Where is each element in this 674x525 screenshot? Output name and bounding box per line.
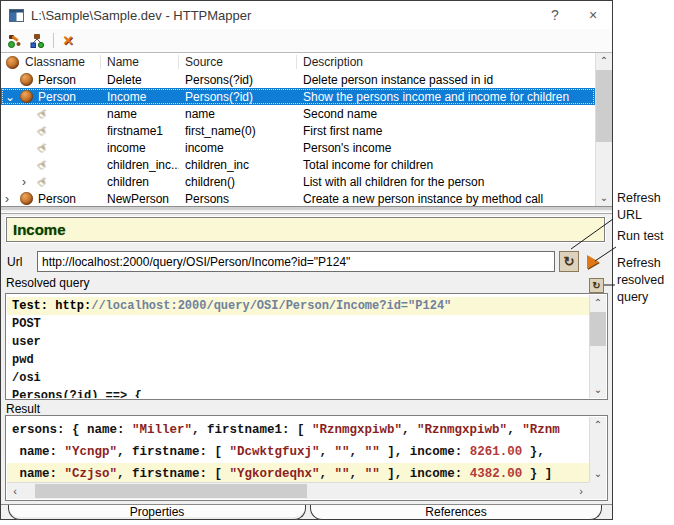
delete-mapping-icon[interactable]: ✕ xyxy=(58,32,78,50)
code-line: POST xyxy=(12,315,589,333)
refresh-url-button[interactable]: ↻ xyxy=(559,251,579,272)
column-header-classname[interactable]: Classname xyxy=(25,55,85,69)
close-button[interactable]: × xyxy=(574,1,612,29)
table-row[interactable]: PersonDeletePersons(?id)Delete person in… xyxy=(1,71,595,88)
chevron-down-icon[interactable]: ⌄ xyxy=(5,92,20,102)
cell-description: Second name xyxy=(297,107,595,121)
attribute-hand-icon: ☞ xyxy=(34,175,53,188)
cell-source: children_inc xyxy=(179,158,297,172)
table-row[interactable]: ›☞childrenchildren()List with all childr… xyxy=(1,173,595,190)
title-bar: L:\Sample\Sample.dev - HTTPMapper ? × xyxy=(1,1,612,29)
cell-source: income xyxy=(179,141,297,155)
code-line: Test: http://localhost:2000/query/OSI/Pe… xyxy=(12,297,589,315)
cell-name: Delete xyxy=(101,73,179,87)
cell-classname: Person xyxy=(38,73,76,87)
cell-description: Person's income xyxy=(297,141,595,155)
resolved-query-text: Test: http://localhost:2000/query/OSI/Pe… xyxy=(7,295,589,398)
toolbar: ✕ xyxy=(1,29,612,52)
scroll-down-icon[interactable]: ⌄ xyxy=(596,190,612,206)
column-header-name[interactable]: Name xyxy=(101,55,179,69)
add-mapping-icon[interactable] xyxy=(5,32,25,50)
toolbar-separator xyxy=(53,33,54,48)
cell-source: children() xyxy=(179,175,297,189)
url-input[interactable] xyxy=(37,251,555,272)
cell-name: name xyxy=(101,107,179,121)
result-label: Result xyxy=(6,402,40,416)
code-line: name: "Czjso", firstname: [ "Ygkordeqhx"… xyxy=(12,463,589,482)
cell-name: NewPerson xyxy=(101,192,179,206)
table-header: Classname Name Source Description xyxy=(1,53,595,71)
pane-divider xyxy=(1,206,612,213)
class-icon xyxy=(20,73,33,86)
help-button[interactable]: ? xyxy=(536,1,574,29)
annotation-refresh-resolved-query: Refreshresolvedquery xyxy=(617,255,674,306)
table-body: PersonDeletePersons(?id)Delete person in… xyxy=(1,71,595,206)
httpmapper-window: L:\Sample\Sample.dev - HTTPMapper ? × ✕ xyxy=(0,0,613,520)
table-row[interactable]: ☞incomeincomePerson's income xyxy=(1,139,595,156)
scrollbar-thumb[interactable] xyxy=(590,312,606,346)
url-label: Url xyxy=(7,255,22,269)
code-line: /osi xyxy=(12,369,589,387)
result-horizontal-scrollbar[interactable]: ‹ › xyxy=(7,482,589,499)
table-row[interactable]: ⌄PersonIncomePersons(?id)Show the person… xyxy=(1,88,595,105)
cell-description: Delete person instance passed in id xyxy=(297,73,595,87)
attribute-hand-icon: ☞ xyxy=(34,124,53,137)
scroll-left-icon[interactable]: ‹ xyxy=(7,483,23,499)
selected-method-banner: Income xyxy=(6,217,605,242)
attribute-hand-icon: ☞ xyxy=(34,141,53,154)
cell-name: children_inc... xyxy=(101,158,179,172)
cell-source: first_name(0) xyxy=(179,124,297,138)
cell-name: Income xyxy=(101,90,179,104)
table-row[interactable]: ›PersonNewPersonPersonsCreate a new pers… xyxy=(1,190,595,206)
annotation-refresh-url: RefreshURL xyxy=(617,190,674,224)
column-header-description[interactable]: Description xyxy=(297,55,595,69)
bottom-tabs: Properties References xyxy=(1,504,612,520)
table-vertical-scrollbar[interactable]: ⌃ ⌄ xyxy=(595,53,612,206)
code-line: name: "Ycngp", firstname: [ "Dcwktgfuxj"… xyxy=(12,441,589,463)
tab-references[interactable]: References xyxy=(310,505,602,520)
cell-description: List with all children for the person xyxy=(297,175,595,189)
scroll-right-icon[interactable]: › xyxy=(573,483,589,499)
refresh-icon: ↻ xyxy=(564,254,575,269)
cell-source: name xyxy=(179,107,297,121)
properties-pane: Income Url ↻ Resolved query ↻ Test: http… xyxy=(1,213,612,519)
tab-properties[interactable]: Properties xyxy=(8,505,306,520)
cell-name: firstname1 xyxy=(101,124,179,138)
mapping-tree-icon[interactable] xyxy=(27,32,47,50)
run-test-button[interactable] xyxy=(583,251,603,272)
scrollbar-thumb[interactable] xyxy=(596,70,612,142)
code-line: pwd xyxy=(12,351,589,369)
table-row[interactable]: ☞children_inc...children_incTotal income… xyxy=(1,156,595,173)
code-line: user xyxy=(12,333,589,351)
chevron-right-icon[interactable]: › xyxy=(5,194,20,204)
resolved-query-vertical-scrollbar[interactable]: ⌃ ⌄ xyxy=(589,295,606,398)
scroll-up-icon[interactable]: ⌃ xyxy=(590,295,606,311)
play-icon xyxy=(587,255,599,269)
resolved-query-box: Test: http://localhost:2000/query/OSI/Pe… xyxy=(5,293,608,400)
selected-method-title: Income xyxy=(13,221,66,238)
class-icon xyxy=(20,192,33,205)
cell-source: Persons(?id) xyxy=(179,73,297,87)
scrollbar-thumb[interactable] xyxy=(35,484,307,498)
scroll-up-icon[interactable]: ⌃ xyxy=(590,417,606,433)
scroll-down-icon[interactable]: ⌄ xyxy=(590,382,606,398)
mapping-table: Classname Name Source Description Person… xyxy=(1,52,612,206)
table-row[interactable]: ☞firstname1first_name(0)First first name xyxy=(1,122,595,139)
result-text: ersons: { name: "Miller", firstname1: [ … xyxy=(7,417,589,482)
code-line: Persons(?id) ==> { xyxy=(12,387,589,398)
cell-name: children xyxy=(101,175,179,189)
cell-source: Persons(?id) xyxy=(179,90,297,104)
scroll-down-icon[interactable]: ⌄ xyxy=(590,466,606,482)
attribute-hand-icon: ☞ xyxy=(34,158,53,171)
column-header-source[interactable]: Source xyxy=(179,55,297,69)
code-line: ersons: { name: "Miller", firstname1: [ … xyxy=(12,419,589,441)
result-vertical-scrollbar[interactable]: ⌃ ⌄ xyxy=(589,417,606,482)
result-box: ersons: { name: "Miller", firstname1: [ … xyxy=(5,415,608,501)
cell-description: Show the persons income and income for c… xyxy=(297,90,595,104)
attribute-hand-icon: ☞ xyxy=(34,107,53,120)
cell-name: income xyxy=(101,141,179,155)
scroll-up-icon[interactable]: ⌃ xyxy=(596,53,612,69)
class-icon xyxy=(20,90,33,103)
refresh-resolved-query-button[interactable]: ↻ xyxy=(589,278,604,293)
table-row[interactable]: ☞namenameSecond name xyxy=(1,105,595,122)
